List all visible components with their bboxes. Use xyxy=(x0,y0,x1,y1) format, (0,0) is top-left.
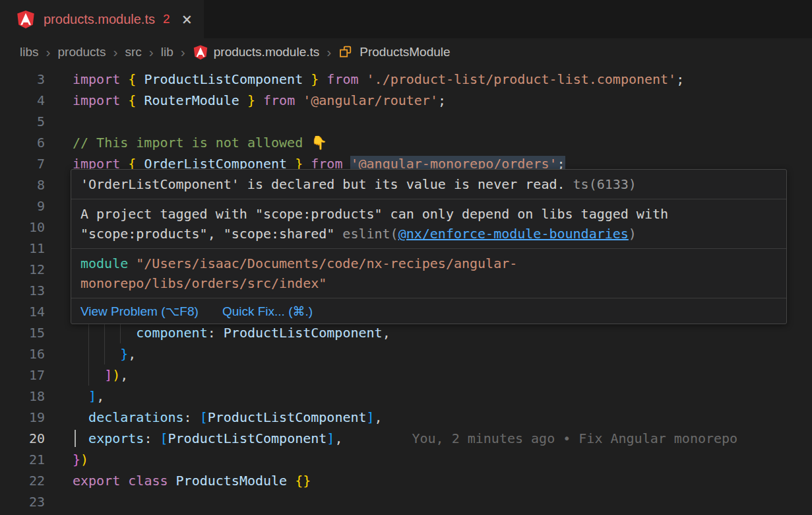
line-content[interactable]: export class ProductsModule {} xyxy=(59,470,812,491)
code-line[interactable]: 18 ], xyxy=(0,386,812,407)
code-token xyxy=(255,92,263,108)
code-token: , xyxy=(383,325,390,341)
line-number: 7 xyxy=(0,153,59,174)
breadcrumb-item-src[interactable]: src xyxy=(125,45,141,59)
code-token: { xyxy=(128,92,136,108)
code-token: {} xyxy=(295,473,311,489)
angular-icon xyxy=(16,9,36,29)
quick-fix-action[interactable]: Quick Fix... (⌘.) xyxy=(222,304,313,319)
breadcrumb-label: products xyxy=(58,45,106,59)
code-token xyxy=(120,71,128,87)
indent-guide xyxy=(120,322,121,343)
breadcrumb-label: lib xyxy=(161,45,173,59)
code-token: RouterModule xyxy=(136,92,247,108)
line-content[interactable]: }, xyxy=(59,343,812,364)
code-token: from xyxy=(263,92,295,108)
line-content[interactable]: component: ProductListComponent, xyxy=(59,322,812,343)
line-content[interactable]: }) xyxy=(59,449,812,470)
breadcrumb-item-products-module-ts[interactable]: products.module.ts xyxy=(193,44,320,60)
code-token: ProductListComponent xyxy=(168,430,327,446)
line-content[interactable] xyxy=(59,111,812,132)
line-content[interactable]: ]), xyxy=(59,364,812,386)
breadcrumb-separator: › xyxy=(181,44,185,60)
code-token: } xyxy=(120,346,128,362)
code-line[interactable]: 4import { RouterModule } from '@angular/… xyxy=(0,90,812,111)
hover-text: module xyxy=(80,256,128,271)
class-icon xyxy=(338,44,354,60)
hover-text: ) xyxy=(629,226,637,242)
code-token: ; xyxy=(676,71,684,87)
code-token: ) xyxy=(80,452,88,467)
code-token xyxy=(359,71,367,87)
code-token xyxy=(73,409,88,425)
code-token: [ xyxy=(160,430,168,446)
line-content[interactable]: // This import is not allowed 👇 xyxy=(59,132,812,153)
breadcrumb-label: products.module.ts xyxy=(214,45,320,59)
line-number: 20 xyxy=(0,428,59,449)
line-number: 3 xyxy=(0,69,59,90)
tab-title: products.module.ts xyxy=(44,12,155,27)
line-content[interactable]: ], xyxy=(59,386,812,407)
tab-bar: products.module.ts 2 × xyxy=(0,0,812,38)
line-number: 6 xyxy=(0,132,59,153)
line-number: 23 xyxy=(0,491,59,512)
code-token: , xyxy=(128,346,136,362)
line-number: 8 xyxy=(0,174,59,195)
code-line[interactable]: 6// This import is not allowed 👇 xyxy=(0,132,812,153)
code-line[interactable]: 5 xyxy=(0,111,812,132)
code-line[interactable]: 21}) xyxy=(0,449,812,470)
code-token: , xyxy=(120,367,128,383)
tab-products-module[interactable]: products.module.ts 2 × xyxy=(0,0,204,38)
breadcrumb-separator: › xyxy=(113,44,117,60)
code-token: } xyxy=(73,452,80,467)
git-blame-annotation: You, 2 minutes ago • Fix Angular monorep… xyxy=(412,430,737,446)
line-number: 15 xyxy=(0,322,59,343)
code-token: import xyxy=(73,92,120,108)
hover-text: eslint( xyxy=(342,226,398,242)
line-content[interactable]: import { RouterModule } from '@angular/r… xyxy=(59,90,812,111)
code-token: export xyxy=(73,473,120,489)
code-token: : xyxy=(184,409,200,425)
code-line[interactable]: 15 component: ProductListComponent, xyxy=(0,322,812,343)
line-content[interactable]: declarations: [ProductListComponent], xyxy=(59,407,812,428)
code-line[interactable]: 19 declarations: [ProductListComponent], xyxy=(0,407,812,428)
code-token: , xyxy=(334,430,342,446)
code-token xyxy=(168,473,176,489)
line-content[interactable]: import { ProductListComponent } from './… xyxy=(59,69,812,90)
code-line[interactable]: 20 exports: [ProductListComponent],You, … xyxy=(0,428,812,449)
breadcrumb-label: libs xyxy=(20,45,39,59)
code-line[interactable]: 17 ]), xyxy=(0,364,812,386)
code-token: , xyxy=(375,409,383,425)
code-line[interactable]: 23 xyxy=(0,491,812,512)
code-token: : xyxy=(208,325,224,341)
eslint-rule-link[interactable]: @nx/enforce-module-boundaries xyxy=(398,226,629,242)
line-content[interactable]: exports: [ProductListComponent],You, 2 m… xyxy=(59,428,812,449)
code-line[interactable]: 3import { ProductListComponent } from '.… xyxy=(0,69,812,90)
hover-text: ts(6133) xyxy=(573,176,637,192)
line-number: 11 xyxy=(0,238,59,259)
line-content[interactable] xyxy=(59,491,812,512)
line-number: 18 xyxy=(0,386,59,407)
breadcrumb-label: ProductsModule xyxy=(359,45,450,59)
editor[interactable]: 3import { ProductListComponent } from '.… xyxy=(0,66,812,515)
line-number: 16 xyxy=(0,343,59,364)
code-token xyxy=(319,71,327,87)
code-line[interactable]: 16 }, xyxy=(0,343,812,364)
line-number: 21 xyxy=(0,449,59,470)
hover-message-section: module "/Users/isaac/Documents/code/nx-r… xyxy=(71,249,786,298)
breadcrumb-item-lib[interactable]: lib xyxy=(161,45,173,59)
breadcrumb-separator: › xyxy=(46,44,51,60)
breadcrumb-bar: libs›products›src›lib›products.module.ts… xyxy=(0,38,812,66)
close-icon[interactable]: × xyxy=(182,11,193,28)
code-token: ProductListComponent xyxy=(224,325,383,341)
code-line[interactable]: 22export class ProductsModule {} xyxy=(0,470,812,491)
code-token: '@angular/router' xyxy=(303,92,438,108)
view-problem-action[interactable]: View Problem (⌥F8) xyxy=(80,304,199,319)
line-number: 9 xyxy=(0,195,59,217)
breadcrumb-item-libs[interactable]: libs xyxy=(20,45,39,59)
breadcrumb-item-products[interactable]: products xyxy=(58,45,106,59)
breadcrumb-item-productsmodule[interactable]: ProductsModule xyxy=(338,44,450,60)
code-token: component xyxy=(136,325,207,341)
code-token: import xyxy=(73,71,120,87)
code-token xyxy=(73,388,88,404)
